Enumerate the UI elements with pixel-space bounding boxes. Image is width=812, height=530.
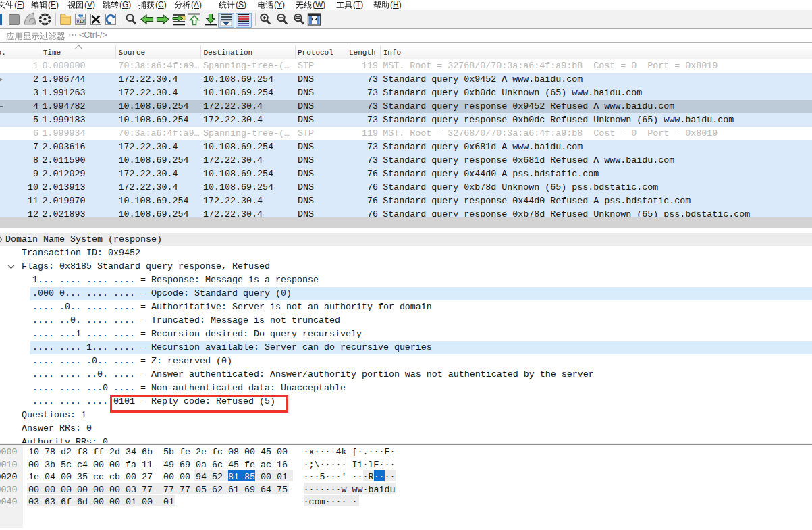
svg-text:010: 010 <box>77 19 84 24</box>
